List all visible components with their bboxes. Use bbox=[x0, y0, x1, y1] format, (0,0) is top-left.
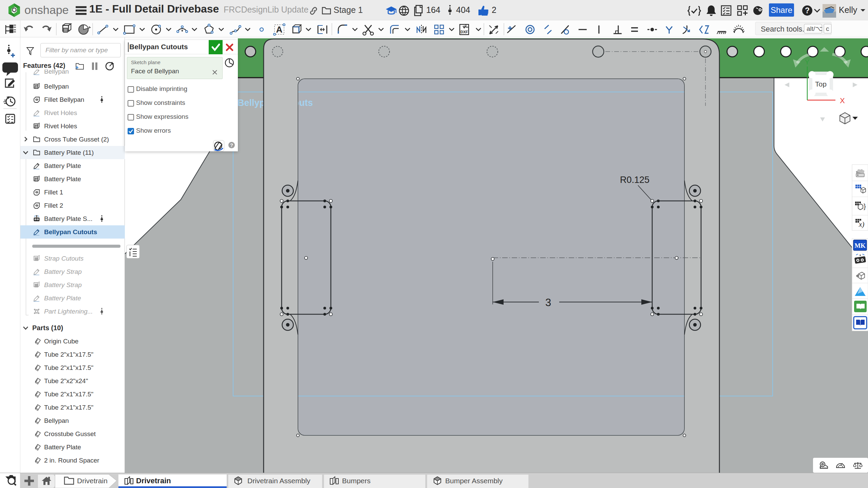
svg-text:alt/⌥: alt/⌥ bbox=[807, 25, 823, 32]
svg-text:Search tools...: Search tools... bbox=[761, 25, 809, 33]
svg-text:MK: MK bbox=[854, 242, 866, 249]
svg-text:A: A bbox=[276, 24, 283, 35]
svg-text:Top: Top bbox=[815, 80, 827, 88]
svg-text:Bumpers: Bumpers bbox=[342, 477, 371, 485]
svg-text:Bumper Assembly: Bumper Assembly bbox=[445, 477, 503, 485]
svg-text:3: 3 bbox=[545, 297, 551, 308]
svg-text:Drivetrain: Drivetrain bbox=[136, 476, 171, 485]
svg-text:R0.125: R0.125 bbox=[620, 175, 649, 185]
svg-text:DXF: DXF bbox=[460, 30, 468, 34]
svg-text:c: c bbox=[826, 25, 829, 32]
svg-text:Y: Y bbox=[805, 58, 809, 66]
svg-text:Drivetrain Assembly: Drivetrain Assembly bbox=[247, 477, 310, 485]
svg-text:?: ? bbox=[805, 6, 810, 15]
svg-text:X: X bbox=[840, 96, 845, 105]
svg-text:Drivetrain: Drivetrain bbox=[77, 477, 108, 485]
svg-text:}: } bbox=[864, 203, 866, 210]
svg-text:x): x) bbox=[858, 220, 864, 228]
